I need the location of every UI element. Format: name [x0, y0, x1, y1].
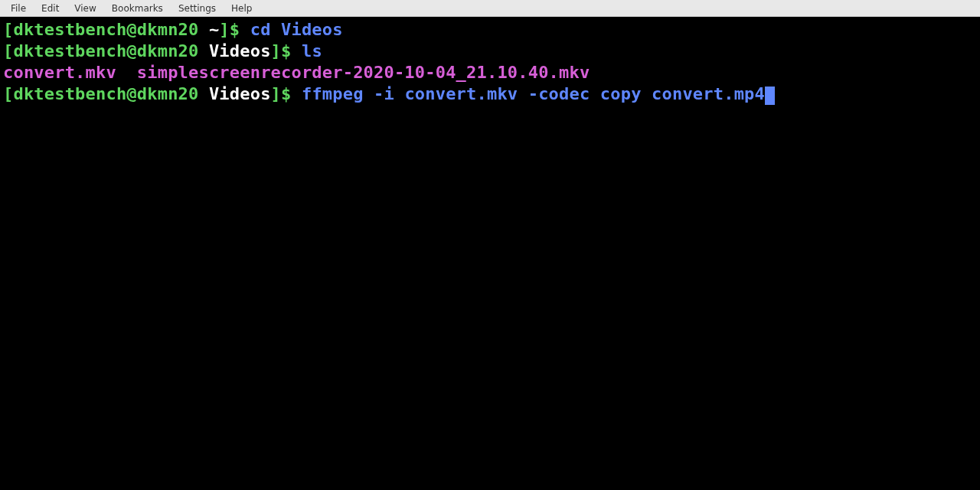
prompt-bracket-open: [ — [3, 20, 13, 39]
terminal-output-line: convert.mkv simplescreenrecorder-2020-10… — [3, 62, 977, 83]
menubar: File Edit View Bookmarks Settings Help — [0, 0, 980, 17]
terminal-cursor — [765, 87, 775, 105]
prompt-cwd: Videos — [198, 84, 270, 103]
prompt-bracket-open: [ — [3, 84, 13, 103]
terminal-line: [dktestbench@dkmn20 Videos]$ ls — [3, 41, 977, 62]
terminal-command: cd Videos — [250, 20, 343, 39]
menu-edit[interactable]: Edit — [34, 1, 67, 16]
prompt-user-host: dktestbench@dkmn20 — [13, 84, 198, 103]
prompt-cwd: ~ — [198, 20, 219, 39]
menu-settings[interactable]: Settings — [171, 1, 224, 16]
prompt-bracket-close: ]$ — [219, 20, 250, 39]
terminal-command-input[interactable]: ffmpeg -i convert.mkv -codec copy conver… — [302, 84, 765, 103]
terminal-line: [dktestbench@dkmn20 ~]$ cd Videos — [3, 19, 977, 41]
terminal-command: ls — [302, 41, 322, 60]
prompt-bracket-close: ]$ — [271, 84, 302, 103]
menu-file[interactable]: File — [3, 1, 34, 16]
menu-bookmarks[interactable]: Bookmarks — [104, 1, 171, 16]
terminal-current-line: [dktestbench@dkmn20 Videos]$ ffmpeg -i c… — [3, 83, 977, 105]
prompt-bracket-open: [ — [3, 41, 13, 60]
prompt-bracket-close: ]$ — [271, 41, 302, 60]
menu-view[interactable]: View — [67, 1, 103, 16]
prompt-user-host: dktestbench@dkmn20 — [13, 20, 198, 39]
ls-file-1: convert.mkv — [3, 63, 116, 82]
prompt-cwd: Videos — [198, 41, 270, 60]
ls-spacer — [116, 63, 137, 82]
prompt-user-host: dktestbench@dkmn20 — [13, 41, 198, 60]
terminal-body[interactable]: [dktestbench@dkmn20 ~]$ cd Videos [dktes… — [0, 17, 980, 108]
menu-help[interactable]: Help — [224, 1, 260, 16]
ls-file-2: simplescreenrecorder-2020-10-04_21.10.40… — [137, 63, 590, 82]
